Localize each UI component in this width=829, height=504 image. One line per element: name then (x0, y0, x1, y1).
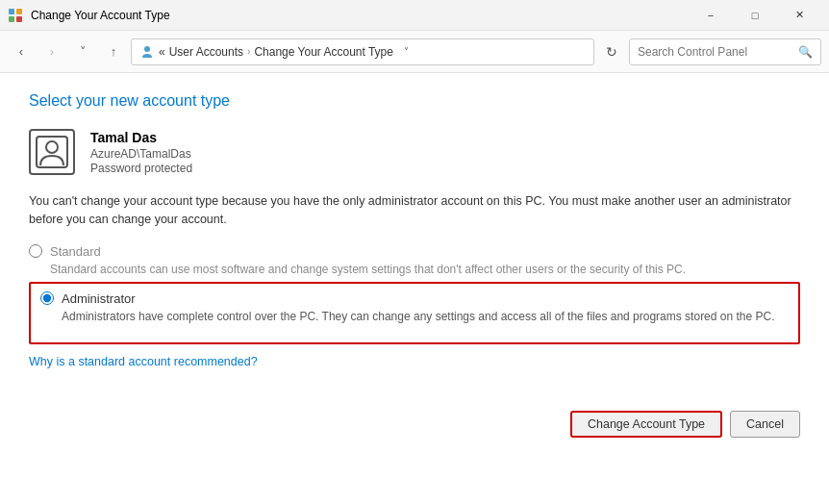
titlebar: Change Your Account Type − □ ✕ (0, 0, 829, 31)
administrator-radio[interactable] (40, 291, 54, 305)
app-icon (8, 8, 23, 23)
window-title: Change Your Account Type (31, 9, 689, 22)
window-controls: − □ ✕ (689, 0, 821, 31)
back-button[interactable]: ‹ (8, 38, 35, 65)
svg-rect-1 (16, 9, 22, 14)
footer-buttons: Change Account Type Cancel (29, 403, 800, 438)
standard-option: Standard Standard accounts can use most … (29, 244, 800, 278)
standard-label[interactable]: Standard (50, 244, 101, 259)
minimize-button[interactable]: − (689, 0, 733, 31)
administrator-option: Administrator Administrators have comple… (40, 291, 789, 325)
up-button[interactable]: ↑ (100, 38, 127, 65)
user-avatar-icon (35, 135, 69, 169)
standard-radio[interactable] (29, 244, 42, 258)
refresh-button[interactable]: ↻ (598, 38, 625, 65)
breadcrumb-sep1: › (247, 46, 250, 57)
cancel-button[interactable]: Cancel (730, 411, 800, 438)
user-info: Tamal Das AzureAD\TamalDas Password prot… (29, 129, 800, 175)
close-button[interactable]: ✕ (777, 0, 821, 31)
breadcrumb-prefix: « (159, 45, 165, 59)
user-details: Tamal Das AzureAD\TamalDas Password prot… (90, 130, 192, 175)
user-name: Tamal Das (90, 130, 192, 145)
administrator-option-box: Administrator Administrators have comple… (29, 282, 800, 344)
svg-rect-0 (9, 9, 14, 14)
svg-point-6 (46, 141, 58, 153)
user-avatar (29, 129, 75, 175)
breadcrumb-part1: User Accounts (169, 45, 243, 59)
svg-rect-2 (9, 16, 14, 22)
page-heading: Select your new account type (29, 92, 800, 110)
svg-point-4 (144, 46, 150, 52)
search-box: 🔍 (629, 38, 821, 65)
administrator-option-row: Administrator (40, 291, 789, 306)
administrator-label[interactable]: Administrator (62, 291, 136, 306)
change-account-type-button[interactable]: Change Account Type (570, 411, 722, 438)
why-standard-link[interactable]: Why is a standard account recommended? (29, 355, 258, 368)
address-path: « User Accounts › Change Your Account Ty… (131, 38, 594, 65)
user-protection: Password protected (90, 162, 192, 175)
warning-text: You can't change your account type becau… (29, 192, 800, 229)
search-input[interactable] (638, 45, 798, 59)
standard-option-row: Standard (29, 244, 800, 259)
restore-button[interactable]: □ (733, 0, 777, 31)
address-dropdown-button[interactable]: ˅ (397, 38, 416, 65)
down-button[interactable]: ˅ (69, 38, 96, 65)
main-content: Select your new account type Tamal Das A… (0, 73, 829, 504)
breadcrumb-part2: Change Your Account Type (254, 45, 393, 59)
administrator-description: Administrators have complete control ove… (62, 308, 789, 325)
user-account: AzureAD\TamalDas (90, 147, 192, 161)
standard-description: Standard accounts can use most software … (50, 261, 800, 278)
search-icon: 🔍 (798, 45, 813, 59)
addressbar: ‹ › ˅ ↑ « User Accounts › Change Your Ac… (0, 31, 829, 73)
forward-button[interactable]: › (38, 38, 65, 65)
breadcrumb-icon (139, 44, 155, 60)
svg-rect-3 (16, 16, 22, 22)
